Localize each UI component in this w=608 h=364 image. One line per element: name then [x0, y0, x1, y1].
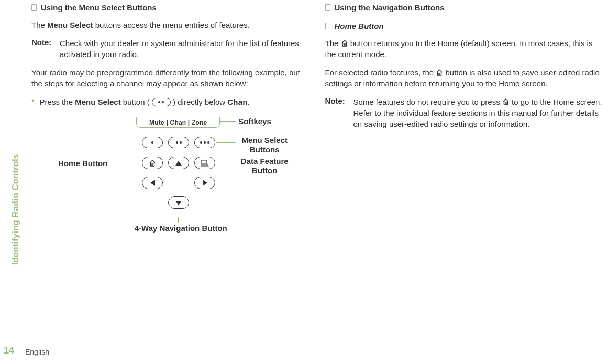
text: For selected radio features, the [325, 68, 436, 77]
text: ) directly below [171, 97, 227, 106]
text: buttons access the menu entries of featu… [93, 20, 250, 29]
text: Some features do not require you to pres… [353, 97, 502, 106]
text: . [248, 97, 250, 106]
data-feature-button-icon [194, 157, 215, 169]
menu-select-1-icon [142, 137, 163, 148]
text: Press the [40, 97, 75, 106]
home-icon [341, 40, 348, 47]
home-icon [502, 98, 510, 105]
lead-line [113, 163, 141, 163]
menu-select-row [142, 137, 215, 148]
page-icon [325, 23, 330, 29]
chan-text: Chan [227, 97, 247, 106]
home-button-icon [142, 157, 163, 169]
left-note: Note: Check with your dealer or system a… [31, 38, 309, 60]
right-p1: The button returns you to the Home (defa… [325, 38, 603, 60]
note-label: Note: [325, 96, 347, 129]
text: Buttons [250, 145, 280, 154]
text: button returns you to the Home (default)… [325, 39, 593, 59]
softkeys-label: Softkeys [238, 117, 271, 126]
right-subheading: Home Button [325, 21, 603, 30]
softkey-bar-text: Mute | Chan | Zone [149, 119, 207, 126]
nav-button-label: 4-Way Navigation Button [128, 224, 233, 233]
text: Data Feature [241, 157, 289, 166]
menu-select-two-dot-icon [152, 98, 171, 106]
left-heading: Using the Menu Select Buttons [31, 3, 309, 12]
softkey-bar: Mute | Chan | Zone [136, 117, 220, 128]
note-label: Note: [31, 38, 53, 60]
text: Button [252, 166, 277, 175]
bracket-line [141, 210, 216, 217]
data-feature-label: Data Feature Button [238, 157, 291, 175]
bullet-dot-icon: • [31, 96, 35, 107]
lead-line [216, 142, 236, 143]
right-column: Using the Navigation Buttons Home Button… [325, 0, 603, 240]
text-bold: Menu Select [75, 97, 121, 106]
left-p2: Your radio may be preprogrammed differen… [31, 67, 309, 89]
text: Menu Select [241, 136, 288, 145]
menu-select-3-icon [194, 137, 215, 148]
text: button ( [121, 97, 152, 106]
content-columns: Using the Menu Select Buttons The Menu S… [31, 0, 603, 240]
menu-select-2-icon [168, 137, 189, 148]
right-p2: For selected radio features, the button … [325, 67, 603, 89]
text: The [325, 39, 341, 48]
left-bullet: • Press the Menu Select button ( ) direc… [31, 96, 309, 107]
text: The [31, 20, 47, 29]
left-p1: The Menu Select buttons access the menu … [31, 19, 309, 30]
page-number: 14 [4, 345, 14, 356]
home-button-label: Home Button [50, 159, 107, 168]
language-label: English [25, 348, 49, 356]
menu-select-label: Menu Select Buttons [238, 136, 291, 155]
right-subheading-text: Home Button [335, 21, 384, 30]
bullet-body: Press the Menu Select button ( ) directl… [40, 96, 250, 107]
left-column: Using the Menu Select Buttons The Menu S… [31, 0, 309, 240]
nav-right-icon [194, 177, 215, 189]
right-heading-text: Using the Navigation Buttons [335, 3, 445, 12]
right-note: Note: Some features do not require you t… [325, 96, 603, 129]
section-title-vertical: Identifying Radio Controls [10, 154, 21, 266]
text-bold: Menu Select [47, 20, 93, 29]
nav-left-icon [142, 177, 163, 189]
note-body: Check with your dealer or system adminis… [60, 38, 309, 60]
nav-up-icon [168, 157, 189, 169]
note-body: Some features do not require you to pres… [353, 96, 603, 129]
lead-line [178, 217, 179, 223]
lead-line [220, 121, 236, 122]
page-icon [325, 4, 330, 11]
nav-down-icon [168, 196, 189, 209]
lead-line [216, 163, 236, 163]
keypad-diagram: Mute | Chan | Zone Softkeys Menu Select … [50, 115, 291, 240]
home-icon [436, 69, 443, 76]
left-heading-text: Using the Menu Select Buttons [41, 3, 157, 12]
right-heading: Using the Navigation Buttons [325, 3, 603, 12]
side-rail: Identifying Radio Controls 14 [5, 0, 26, 364]
page-icon [31, 4, 37, 11]
